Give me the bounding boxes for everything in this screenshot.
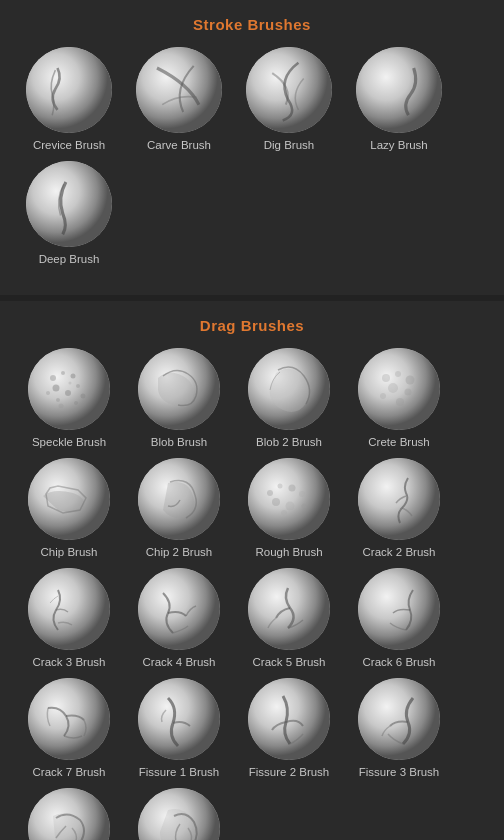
- svg-point-15: [69, 381, 72, 384]
- brush-item-fissure3[interactable]: Fissure 3 Brush: [344, 678, 454, 780]
- brush-item-chip[interactable]: Chip Brush: [14, 458, 124, 560]
- brush-label-crack3: Crack 3 Brush: [33, 655, 106, 670]
- brush-item-rough[interactable]: Rough Brush: [234, 458, 344, 560]
- svg-point-13: [56, 398, 60, 402]
- brush-label-blob2: Blob 2 Brush: [256, 435, 322, 450]
- brush-item-deep[interactable]: Deep Brush: [14, 161, 124, 267]
- brush-label-fissure3: Fissure 3 Brush: [359, 765, 440, 780]
- brush-label-crack2: Crack 2 Brush: [363, 545, 436, 560]
- brush-sphere-crack5: [248, 568, 330, 650]
- brush-sphere-fissure4: [28, 788, 110, 840]
- brush-sphere-crack2: [358, 458, 440, 540]
- stroke-brushes-title: Stroke Brushes: [10, 16, 494, 33]
- brush-item-carve[interactable]: Carve Brush: [124, 47, 234, 153]
- brush-item-blob2[interactable]: Blob 2 Brush: [234, 348, 344, 450]
- brush-sphere-fissure2: [248, 678, 330, 760]
- brush-item-fissure4[interactable]: Fissure 4 Brush: [14, 788, 124, 840]
- svg-point-3: [246, 47, 332, 133]
- brush-label-crack6: Crack 6 Brush: [363, 655, 436, 670]
- svg-point-7: [50, 375, 56, 381]
- svg-point-45: [28, 678, 110, 760]
- svg-point-26: [405, 388, 412, 395]
- stroke-brushes-grid: Crevice Brush Carve Brush: [10, 47, 494, 275]
- brush-label-crack5: Crack 5 Brush: [253, 655, 326, 670]
- svg-point-1: [26, 47, 112, 133]
- svg-point-25: [388, 383, 398, 393]
- brush-item-fissure1[interactable]: Fissure 1 Brush: [124, 678, 234, 780]
- brush-item-fissure2[interactable]: Fissure 2 Brush: [234, 678, 344, 780]
- brush-item-crack6[interactable]: Crack 6 Brush: [344, 568, 454, 670]
- brush-item-lazy[interactable]: Lazy Brush: [344, 47, 454, 153]
- brush-item-speckle[interactable]: Speckle Brush: [14, 348, 124, 450]
- svg-point-2: [136, 47, 222, 133]
- brush-sphere-deep: [26, 161, 112, 247]
- brush-sphere-dig: [246, 47, 332, 133]
- svg-point-39: [281, 510, 287, 516]
- brush-sphere-crack3: [28, 568, 110, 650]
- svg-point-36: [272, 498, 280, 506]
- svg-point-14: [81, 393, 86, 398]
- brush-item-crevice[interactable]: Crevice Brush: [14, 47, 124, 153]
- brush-sphere-carve: [136, 47, 222, 133]
- svg-point-24: [406, 375, 415, 384]
- svg-point-12: [65, 390, 71, 396]
- svg-point-5: [26, 161, 112, 247]
- brush-item-crack4[interactable]: Crack 4 Brush: [124, 568, 234, 670]
- page-container: Stroke Brushes Crevice Brush: [0, 0, 504, 840]
- svg-point-6: [28, 348, 110, 430]
- brush-sphere-crevice: [26, 47, 112, 133]
- svg-point-34: [289, 484, 296, 491]
- brush-label-carve: Carve Brush: [147, 138, 211, 153]
- brush-item-crack7[interactable]: Crack 7 Brush: [14, 678, 124, 780]
- svg-point-11: [76, 384, 80, 388]
- brush-label-blob: Blob Brush: [151, 435, 207, 450]
- brush-sphere-rough: [248, 458, 330, 540]
- svg-point-16: [46, 391, 50, 395]
- svg-point-41: [28, 568, 110, 650]
- brush-sphere-speckle: [28, 348, 110, 430]
- drag-brushes-title: Drag Brushes: [10, 317, 494, 334]
- brush-label-crack7: Crack 7 Brush: [33, 765, 106, 780]
- svg-point-35: [299, 491, 305, 497]
- brush-item-crete[interactable]: Crete Brush: [344, 348, 454, 450]
- svg-point-42: [138, 568, 220, 650]
- brush-sphere-lazy: [356, 47, 442, 133]
- brush-sphere-crete: [358, 348, 440, 430]
- brush-label-crack4: Crack 4 Brush: [143, 655, 216, 670]
- brush-label-chip: Chip Brush: [41, 545, 98, 560]
- brush-item-chip2[interactable]: Chip 2 Brush: [124, 458, 234, 560]
- svg-point-38: [302, 503, 307, 508]
- svg-point-28: [396, 398, 404, 406]
- svg-point-4: [356, 47, 442, 133]
- brush-label-chip2: Chip 2 Brush: [146, 545, 212, 560]
- brush-label-fissure2: Fissure 2 Brush: [249, 765, 330, 780]
- brush-sphere-chip2: [138, 458, 220, 540]
- svg-point-8: [61, 371, 65, 375]
- svg-point-44: [358, 568, 440, 650]
- svg-point-31: [248, 458, 330, 540]
- svg-point-27: [380, 393, 386, 399]
- svg-point-22: [382, 374, 390, 382]
- drag-brushes-section: Drag Brushes: [0, 301, 504, 840]
- stroke-brushes-section: Stroke Brushes Crevice Brush: [0, 0, 504, 295]
- svg-point-9: [71, 373, 76, 378]
- brush-item-crack2[interactable]: Crack 2 Brush: [344, 458, 454, 560]
- svg-point-10: [53, 384, 60, 391]
- brush-label-deep: Deep Brush: [39, 252, 100, 267]
- brush-item-crack5[interactable]: Crack 5 Brush: [234, 568, 344, 670]
- svg-point-32: [267, 490, 273, 496]
- svg-point-23: [395, 371, 401, 377]
- brush-sphere-fissure1: [138, 678, 220, 760]
- brush-sphere-crack6: [358, 568, 440, 650]
- brush-item-dig[interactable]: Dig Brush: [234, 47, 344, 153]
- brush-sphere-crack7: [28, 678, 110, 760]
- svg-point-18: [59, 403, 64, 408]
- brush-sphere-blob: [138, 348, 220, 430]
- brush-item-blob[interactable]: Blob Brush: [124, 348, 234, 450]
- brush-label-crete: Crete Brush: [368, 435, 429, 450]
- brush-label-rough: Rough Brush: [255, 545, 322, 560]
- brush-item-fissure5[interactable]: Fissure 5 Brush: [124, 788, 234, 840]
- svg-point-47: [248, 678, 330, 760]
- brush-sphere-blob2: [248, 348, 330, 430]
- brush-item-crack3[interactable]: Crack 3 Brush: [14, 568, 124, 670]
